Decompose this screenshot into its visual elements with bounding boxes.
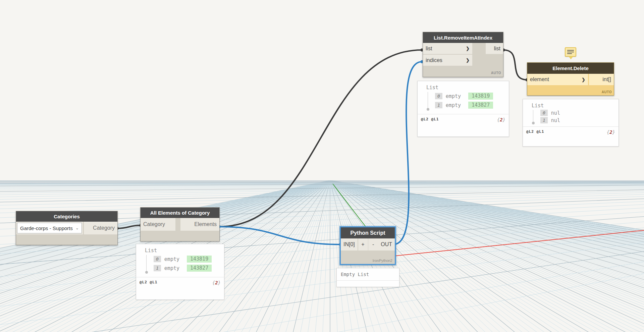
- default-value-chevron-icon[interactable]: ❯: [466, 46, 470, 51]
- item-type: empty: [446, 102, 461, 108]
- node-all-elements-of-category[interactable]: All Elements of Category Category Elemen…: [140, 207, 220, 241]
- item-value: 143819: [187, 256, 212, 263]
- node-list-removeitematindex[interactable]: List.RemoveItemAtIndex list ❯ list indic…: [423, 32, 503, 77]
- preview-bubble-elements[interactable]: List 0 empty 143819 1 empty 143827 @L2 @…: [136, 244, 224, 300]
- output-port-category[interactable]: Category: [84, 222, 117, 234]
- list-item: 1 empty 143827: [154, 265, 220, 272]
- output-port-list[interactable]: list: [486, 43, 503, 54]
- item-type: empty: [164, 256, 179, 262]
- output-port-out[interactable]: OUT: [378, 238, 395, 251]
- dropdown-cell: Garde-corps - Supports ⌄: [16, 222, 83, 234]
- default-value-chevron-icon[interactable]: ❯: [466, 58, 470, 63]
- lacing-badge[interactable]: AUTO: [491, 71, 501, 75]
- workspace-grid: [0, 0, 644, 332]
- port-label: list: [426, 46, 432, 52]
- output-port-elements[interactable]: Elements: [180, 218, 219, 231]
- list-tree-line: [146, 255, 147, 272]
- list-count: {2}: [497, 117, 505, 122]
- node-title[interactable]: List.RemoveItemAtIndex: [423, 32, 503, 43]
- port-label: element: [530, 76, 549, 82]
- list-tree-line: [533, 110, 533, 123]
- item-value: 143827: [187, 265, 212, 272]
- list-count: {2}: [607, 129, 615, 135]
- category-dropdown[interactable]: Garde-corps - Supports ⌄: [17, 223, 82, 233]
- node-title[interactable]: Python Script: [341, 227, 395, 238]
- lacing-levels[interactable]: @L2 @L1: [140, 280, 157, 284]
- list-tree-dot: [532, 122, 535, 124]
- input-port-category[interactable]: Category: [141, 218, 175, 231]
- python-engine-label: IronPython2: [373, 259, 392, 263]
- preview-bubble-removed[interactable]: List 0 empty 143819 1 empty 143827 @L2 @…: [417, 81, 509, 137]
- wires-layer: [0, 0, 644, 332]
- list-tree-dot: [427, 108, 429, 111]
- list-title: List: [532, 103, 614, 109]
- node-title[interactable]: All Elements of Category: [141, 208, 219, 218]
- lacing-badge[interactable]: AUTO: [602, 90, 612, 94]
- dynamo-canvas[interactable]: List 0 empty 143819 1 empty 143827 @L2 @…: [0, 0, 644, 332]
- preview-bubble-deleted[interactable]: List 0 nul 1 nul @L2 @L1 {2}: [523, 99, 619, 147]
- item-value: 143827: [468, 102, 493, 109]
- item-type: empty: [446, 93, 461, 99]
- note-tail: [569, 56, 573, 59]
- list-tree-line: [428, 92, 428, 109]
- list-item: 0 empty 143819: [435, 93, 505, 100]
- default-value-chevron-icon[interactable]: ❯: [582, 77, 585, 82]
- item-index: 1: [540, 117, 548, 123]
- item-value: nul: [551, 110, 560, 116]
- lacing-levels[interactable]: @L2 @L1: [526, 129, 544, 134]
- node-note[interactable]: [565, 47, 576, 59]
- item-index: 0: [435, 93, 442, 99]
- lacing-levels[interactable]: @L2 @L1: [421, 117, 439, 121]
- item-index: 0: [540, 110, 548, 116]
- item-value: 143819: [468, 93, 493, 100]
- node-categories[interactable]: Categories Garde-corps - Supports ⌄ Cate…: [16, 211, 118, 245]
- empty-list-text: Empty List: [337, 268, 399, 280]
- dropdown-value: Garde-corps - Supports: [20, 225, 73, 231]
- node-title[interactable]: Categories: [16, 211, 117, 222]
- input-port-list[interactable]: list ❯: [423, 43, 472, 54]
- item-index: 0: [154, 256, 161, 262]
- input-port-element[interactable]: element ❯: [527, 74, 588, 85]
- item-value: nul: [551, 117, 560, 123]
- node-python-script[interactable]: Python Script IN[0] + - OUT IronPython2: [340, 226, 396, 265]
- list-item: 1 empty 143827: [435, 102, 505, 109]
- remove-input-button[interactable]: -: [368, 238, 378, 251]
- list-item: 0 nul: [540, 110, 614, 116]
- chevron-down-icon: ⌄: [75, 226, 79, 230]
- add-input-button[interactable]: +: [358, 238, 368, 251]
- preview-bubble-python[interactable]: Empty List: [336, 268, 399, 287]
- list-tree-dot: [145, 271, 148, 274]
- list-count: {2}: [212, 280, 221, 285]
- output-port-int[interactable]: int[]: [589, 74, 614, 85]
- list-item: 1 nul: [540, 117, 614, 123]
- list-title: List: [426, 85, 505, 91]
- list-title: List: [145, 247, 220, 254]
- item-index: 1: [154, 265, 161, 271]
- note-icon[interactable]: [565, 47, 576, 57]
- item-index: 1: [435, 102, 442, 108]
- port-label: indices: [426, 57, 442, 63]
- item-type: empty: [164, 265, 179, 271]
- input-port-indices[interactable]: indices ❯: [423, 55, 472, 66]
- node-element-delete[interactable]: Element.Delete element ❯ int[] AUTO: [527, 62, 614, 96]
- input-port-in0[interactable]: IN[0]: [341, 238, 358, 251]
- list-item: 0 empty 143819: [154, 256, 220, 263]
- node-title[interactable]: Element.Delete: [527, 63, 614, 74]
